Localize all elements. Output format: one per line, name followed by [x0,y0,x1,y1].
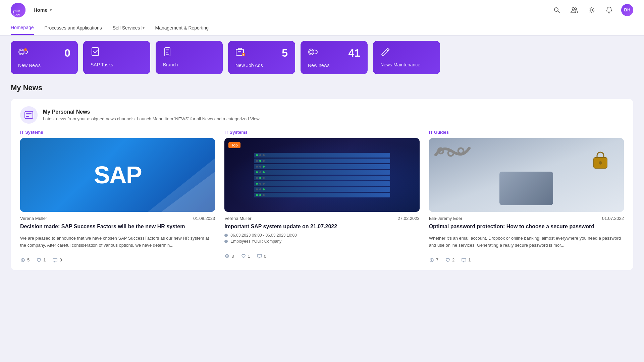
new-job-ads-label: New Job Ads [235,63,288,68]
chain-overlay [429,138,624,212]
svg-point-7 [591,9,593,11]
new-job-ads-number: 5 [282,47,288,59]
navbar: Homepage Processes and Applications Self… [0,20,644,36]
news-card-sap[interactable]: IT Systems SAP Verena Müller 01.08.2023 … [20,130,215,263]
svg-point-3 [554,8,558,11]
new-news2-icon [308,47,318,59]
svg-point-9 [20,50,23,54]
news-author-server: Verena Müller [224,216,251,221]
news-stats-server: 3 1 0 [224,250,419,259]
svg-point-38 [458,148,464,154]
bell-icon[interactable] [604,5,614,15]
new-news-label: New News [18,63,70,68]
news-stat-comments-sap: 0 [52,257,62,263]
news-stat-views-sap: 5 [20,257,30,263]
svg-rect-14 [166,49,169,50]
news-event-row-date: 06.03.2023 09:00 - 06.03.2023 10:00 [224,233,419,238]
personal-news-title: My Personal News [43,109,261,115]
svg-point-33 [226,255,228,257]
nav-self-services[interactable]: Self Services |▾ [113,25,145,31]
news-stats-sap: 5 1 0 [20,254,215,263]
svg-rect-16 [166,52,168,53]
svg-point-35 [599,161,602,165]
news-image-security [429,138,624,212]
comments-count-password: 1 [468,257,471,262]
new-news2-label: New news [308,63,360,68]
personal-news-desc: Latest news from your assigned news chan… [43,116,261,121]
stat-card-new-news2[interactable]: 41 New news [301,41,368,74]
news-date-server: 27.02.2023 [398,216,420,221]
news-category-it-systems-2: IT Systems [224,130,419,135]
news-title-sap: Decision made: SAP Success Factors will … [20,223,215,230]
app-header: your Logo Home ▾ [0,0,644,20]
my-news-section: My News My Personal News Latest news fro… [0,74,644,270]
svg-point-37 [448,150,453,156]
stat-card-branch[interactable]: Branch [156,41,223,74]
news-maintenance-label: News Maintenance [380,62,433,67]
branch-icon [163,47,172,59]
news-image-sap: SAP [20,138,215,212]
news-stat-comments-server: 0 [257,253,266,259]
news-date-sap: 01.08.2023 [193,216,215,221]
new-news-number: 0 [64,47,70,59]
personal-news-header: My Personal News Latest news from your a… [20,106,624,124]
comments-count-server: 0 [264,254,266,259]
svg-text:5: 5 [243,54,244,57]
svg-point-10 [24,48,27,51]
news-image-server: Top [224,138,419,212]
logo[interactable]: your Logo [11,3,25,17]
sap-tasks-icon [91,47,100,59]
stat-cards-row: 0 New News SAP Tasks [0,36,644,74]
news-stat-views-password: 7 [429,257,438,263]
likes-count-password: 2 [452,257,454,262]
svg-text:your: your [13,9,20,13]
news-meta-sap: Verena Müller 01.08.2023 [20,216,215,221]
sap-tasks-label: SAP Tasks [91,62,143,67]
news-stat-likes-server: 1 [241,253,250,259]
news-title-server: Important SAP system update on 21.07.202… [224,223,419,230]
chevron-down-icon: ▾ [50,7,52,12]
home-nav[interactable]: Home ▾ [34,7,52,13]
svg-point-6 [575,8,577,10]
news-stat-comments-password: 1 [461,257,471,263]
event-dot-audience [224,240,228,243]
stat-card-sap-tasks[interactable]: SAP Tasks [83,41,150,74]
people-icon[interactable] [569,5,580,15]
nav-self-services-label: Self Services [113,25,140,31]
nav-processes[interactable]: Processes and Applications [45,21,102,35]
svg-point-31 [22,259,23,261]
likes-count-sap: 1 [43,257,46,262]
views-count-password: 7 [436,257,438,262]
views-count-sap: 5 [27,257,30,262]
gear-icon[interactable] [586,5,597,15]
logo-circle: your Logo [11,3,25,17]
svg-rect-28 [26,115,30,115]
news-stat-views-server: 3 [224,253,234,259]
stat-card-news-maintenance[interactable]: News Maintenance [373,41,440,74]
section-title: My News [11,83,633,92]
nav-management[interactable]: Management & Reporting [155,21,209,35]
stat-card-new-news[interactable]: 0 New News [11,41,78,74]
news-category-it-systems-1: IT Systems [20,130,215,135]
svg-rect-11 [92,48,99,56]
news-meta-password: Elia-Jeremy Eder 01.07.2022 [429,216,624,221]
new-news2-number: 41 [348,47,360,59]
search-icon[interactable] [551,5,562,15]
news-card-server[interactable]: IT Systems Top [224,130,419,263]
personal-news-icon [20,106,38,124]
news-author-password: Elia-Jeremy Eder [429,216,463,221]
news-maintenance-icon [380,47,390,59]
svg-line-4 [558,11,559,13]
svg-point-5 [572,7,575,10]
svg-rect-13 [166,54,169,55]
stat-card-new-job-ads[interactable]: 5 5 New Job Ads [228,41,295,74]
top-badge: Top [228,142,240,148]
svg-point-24 [310,50,313,54]
news-author-sap: Verena Müller [20,216,47,221]
news-card-password[interactable]: IT Guides [429,130,624,263]
header-icons: BH [551,4,633,16]
nav-homepage[interactable]: Homepage [11,21,34,35]
avatar[interactable]: BH [621,4,633,16]
news-body-password: Whether it's an email account, Dropbox o… [429,235,624,249]
personal-news-box: My Personal News Latest news from your a… [11,99,633,270]
